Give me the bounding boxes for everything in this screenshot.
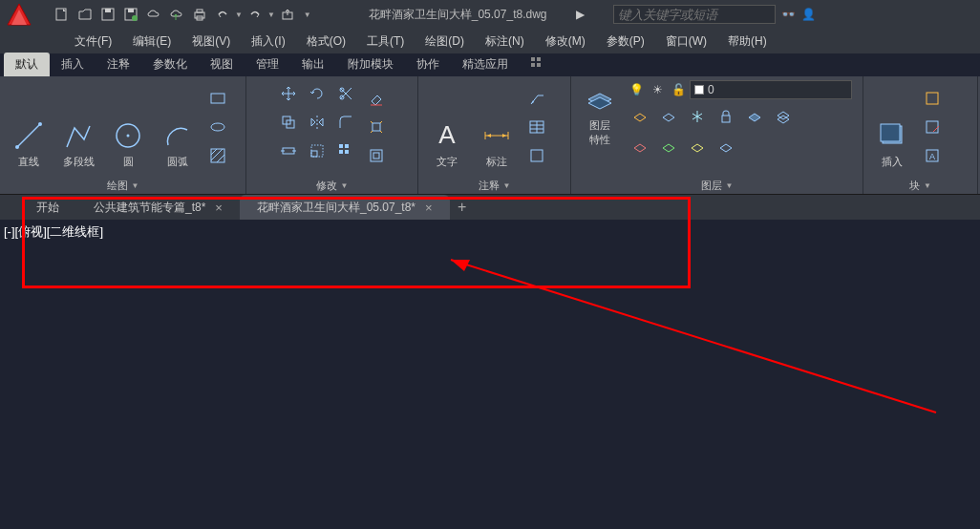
svg-rect-2 [105,9,111,12]
ribbon-tab-home[interactable]: 默认 [4,53,50,76]
table-icon[interactable] [523,114,550,140]
bulb-icon[interactable]: 💡 [627,80,646,99]
edit-block-icon[interactable] [919,114,946,140]
new-icon[interactable] [52,4,73,25]
array-icon[interactable] [332,138,359,164]
doc-tab-2[interactable]: 花畔酒家卫生间大样_05.07_t8* × [240,195,450,220]
add-tab-button[interactable]: + [450,195,475,220]
menu-help[interactable]: 帮助(H) [718,31,777,53]
ribbon-tab-featured[interactable]: 精选应用 [451,53,520,76]
layer-a-icon[interactable] [627,134,653,160]
save-as-icon[interactable] [120,4,141,25]
layer-off-icon[interactable] [655,103,682,130]
fillet-icon[interactable] [332,109,359,136]
menu-insert[interactable]: 插入(I) [242,31,294,53]
polyline-button[interactable]: 多段线 [55,80,101,173]
rotate-icon[interactable] [304,80,330,107]
create-block-icon[interactable] [919,85,946,112]
mirror-icon[interactable] [304,109,330,136]
redo-icon[interactable] [245,4,266,25]
ribbon-tab-annotate[interactable]: 注释 [96,53,141,76]
layer-b-icon[interactable] [655,134,682,160]
rectangle-icon[interactable] [204,85,231,112]
copy-icon[interactable] [275,109,302,136]
undo-icon[interactable] [212,4,233,25]
arc-button[interactable]: 圆弧 [155,80,201,173]
doc-tab-1[interactable]: 公共建筑节能专篇_t8* × [76,195,240,220]
binoculars-icon[interactable]: 👓 [781,8,796,21]
layer-d-icon[interactable] [713,134,739,160]
panel-block-title[interactable]: 块 ▼ [863,177,977,194]
window-title: 花畔酒家卫生间大样_05.07_t8.dwg [369,7,547,23]
offset-icon[interactable] [363,142,390,169]
circle-button[interactable]: 圆 [105,80,151,173]
ellipse-icon[interactable] [204,114,231,140]
open-icon[interactable] [75,4,96,25]
qat-dropdown-icon[interactable]: ▼ [304,11,311,19]
dimension-button[interactable]: 标注 [474,80,520,173]
chevron-down-icon: ▼ [503,181,511,190]
insert-block-button[interactable]: 插入 [869,80,915,173]
ribbon-tab-collab[interactable]: 协作 [405,53,451,76]
menu-tools[interactable]: 工具(T) [357,31,414,53]
redo-dropdown-icon[interactable]: ▼ [267,11,275,19]
layer-freeze-icon[interactable] [684,103,711,130]
field-icon[interactable] [523,142,550,169]
ribbon-tab-param[interactable]: 参数化 [141,53,199,76]
menu-format[interactable]: 格式(O) [297,31,355,53]
cloud-open-icon[interactable] [143,4,164,25]
panel-modify-title[interactable]: 修改 ▼ [246,177,417,194]
move-icon[interactable] [275,80,302,107]
svg-rect-48 [531,150,543,161]
doc-tab-start[interactable]: 开始 [19,195,76,220]
panel-annotate-title[interactable]: 注释 ▼ [418,177,570,194]
layer-c-icon[interactable] [684,134,711,160]
lock-icon[interactable]: 🔓 [669,80,688,99]
ribbon-tab-addons[interactable]: 附加模块 [336,53,405,76]
undo-dropdown-icon[interactable]: ▼ [235,11,243,19]
save-icon[interactable] [97,4,118,25]
edit-attr-icon[interactable]: A [919,142,946,169]
cloud-save-icon[interactable] [166,4,187,25]
menu-view[interactable]: 视图(V) [182,31,240,53]
layer-dropdown[interactable]: 0 [690,80,852,99]
share-icon[interactable] [277,4,298,25]
layer-iso-icon[interactable] [627,103,653,130]
close-icon[interactable]: × [425,201,433,215]
signin-icon[interactable]: 👤 [801,8,816,21]
leader-icon[interactable] [523,85,550,112]
app-logo[interactable] [0,0,48,29]
ribbon-tab-manage[interactable]: 管理 [245,53,290,76]
ribbon-tab-insert[interactable]: 插入 [50,53,96,76]
text-button[interactable]: A 文字 [424,80,470,173]
close-icon[interactable]: × [215,201,223,215]
ribbon-launcher-icon[interactable] [523,50,550,76]
print-icon[interactable] [189,4,210,25]
layer-lock-icon[interactable] [713,103,739,130]
explode-icon[interactable] [363,114,390,140]
layer-prev-icon[interactable] [770,103,797,130]
sun-icon[interactable]: ☀ [648,80,667,99]
hatch-icon[interactable] [204,142,231,169]
menu-file[interactable]: 文件(F) [65,31,121,53]
search-input[interactable] [613,5,776,24]
panel-layers-title[interactable]: 图层 ▼ [571,177,863,194]
ribbon-tab-view[interactable]: 视图 [199,53,245,76]
viewport-label[interactable]: [-][俯视][二维线框] [4,223,103,241]
scale-icon[interactable] [304,138,330,164]
panel-draw-title[interactable]: 绘图 ▼ [0,177,245,194]
trim-icon[interactable] [332,80,359,107]
ribbon-tab-output[interactable]: 输出 [290,53,336,76]
menu-draw[interactable]: 绘图(D) [415,31,474,53]
menu-edit[interactable]: 编辑(E) [123,31,181,53]
line-button[interactable]: 直线 [6,80,52,173]
document-tabs: 开始 公共建筑节能专篇_t8* × 花畔酒家卫生间大样_05.07_t8* × … [0,195,980,220]
layer-properties-button[interactable]: 图层 特性 [577,80,623,151]
menu-window[interactable]: 窗口(W) [656,31,716,53]
erase-icon[interactable] [363,85,390,112]
drawing-canvas[interactable]: [-][俯视][二维线框] [0,220,980,529]
svg-point-16 [38,122,42,126]
layer-match-icon[interactable] [741,103,768,130]
stretch-icon[interactable] [275,138,302,164]
menu-param[interactable]: 参数(P) [597,31,654,53]
